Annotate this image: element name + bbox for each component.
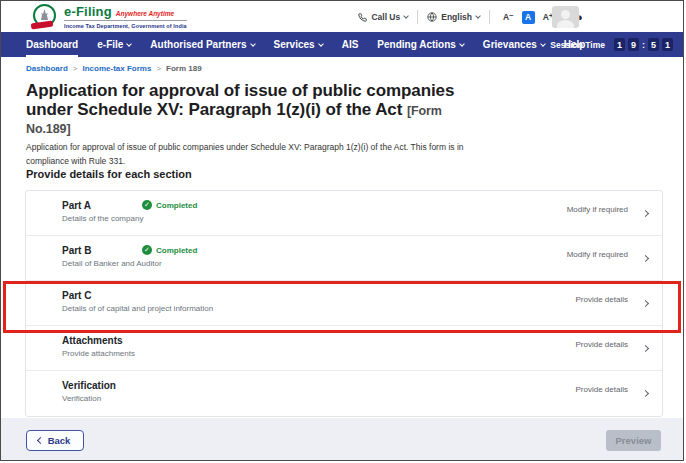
section-action-label: Modify if required xyxy=(567,250,628,259)
chevron-right-icon xyxy=(642,300,649,307)
session-digit: 5 xyxy=(648,38,659,51)
check-circle-icon: ✓ xyxy=(142,200,152,210)
breadcrumb-separator: > xyxy=(73,64,78,73)
chevron-right-icon xyxy=(642,390,649,397)
top-header: e-Filing Anywhere Anytime Income Tax Dep… xyxy=(1,1,683,32)
section-title: Attachments xyxy=(62,335,123,346)
page-title: Application for approval of issue of pub… xyxy=(26,82,478,138)
preview-button[interactable]: Preview xyxy=(606,430,661,451)
section-title: Part A xyxy=(62,200,91,211)
back-button[interactable]: Back xyxy=(26,430,84,451)
breadcrumb-separator: > xyxy=(156,64,161,73)
section-title: Part B xyxy=(62,245,91,256)
chevron-down-icon xyxy=(250,41,256,47)
font-normal-button[interactable]: A xyxy=(522,11,535,24)
nav-item-services[interactable]: Services xyxy=(274,32,323,57)
section-row-part-c[interactable]: Part C Details of of capital and project… xyxy=(26,281,662,326)
section-action-label: Modify if required xyxy=(567,205,628,214)
call-us-menu[interactable]: Call Us xyxy=(358,12,408,22)
section-row-verification[interactable]: Verification Verification Provide detail… xyxy=(26,371,662,416)
section-action-label: Provide details xyxy=(576,385,628,394)
chevron-right-icon xyxy=(642,345,649,352)
nav-item-grievances[interactable]: Grievances xyxy=(483,32,545,57)
brand-tagline: Anywhere Anytime xyxy=(116,10,174,17)
top-controls: Call Us English A⁻ A A⁺ ◑ xyxy=(358,7,583,27)
language-menu[interactable]: English xyxy=(427,12,480,22)
section-title: Part C xyxy=(62,290,91,301)
section-row-attachments[interactable]: Attachments Provide attachments Provide … xyxy=(26,326,662,371)
efiling-page: e-Filing Anywhere Anytime Income Tax Dep… xyxy=(0,0,684,461)
efiling-logo[interactable]: e-Filing Anywhere Anytime Income Tax Dep… xyxy=(33,4,187,29)
session-timer: Session Time 19:51 xyxy=(550,32,673,57)
page-description: Application for approval of issue of pub… xyxy=(26,140,486,168)
phone-icon xyxy=(358,13,367,22)
breadcrumb: Dashboard > Income-tax Forms > Form 189 xyxy=(26,64,202,73)
session-digit: 1 xyxy=(614,38,625,51)
section-title: Verification xyxy=(62,380,116,391)
breadcrumb-current: Form 189 xyxy=(166,64,202,73)
chevron-down-icon xyxy=(403,13,409,19)
section-subtitle: Provide attachments xyxy=(62,349,135,358)
chevron-right-icon xyxy=(642,255,649,262)
brand-name: e-Filing xyxy=(64,4,112,19)
completed-badge: ✓ Completed xyxy=(142,200,197,210)
font-decrease-button[interactable]: A⁻ xyxy=(499,12,518,22)
nav-item-authorised-partners[interactable]: Authorised Partners xyxy=(150,32,254,57)
breadcrumb-income-tax-forms[interactable]: Income-tax Forms xyxy=(82,64,151,73)
section-list-heading: Provide details for each section xyxy=(26,168,192,180)
avatar-person-icon xyxy=(561,10,570,19)
breadcrumb-dashboard[interactable]: Dashboard xyxy=(26,64,68,73)
section-action-label: Provide details xyxy=(576,340,628,349)
session-digit: 1 xyxy=(662,38,673,51)
session-colon: : xyxy=(642,40,645,50)
section-subtitle: Verification xyxy=(62,394,101,403)
nav-item-pending-actions[interactable]: Pending Actions xyxy=(377,32,464,57)
section-action-label: Provide details xyxy=(576,295,628,304)
footer-bar: Back Preview xyxy=(1,418,683,461)
session-time-label: Session Time xyxy=(550,40,605,50)
chevron-down-icon xyxy=(475,13,481,19)
divider xyxy=(489,10,490,24)
chevron-right-icon xyxy=(642,210,649,217)
completed-badge: ✓ Completed xyxy=(142,245,197,255)
main-navbar: Dashboard e-File Authorised Partners Ser… xyxy=(1,32,683,57)
divider xyxy=(417,10,418,24)
nav-item-ais[interactable]: AIS xyxy=(342,32,359,57)
chevron-down-icon xyxy=(127,41,133,47)
india-emblem-icon xyxy=(33,4,56,27)
logo-text: e-Filing Anywhere Anytime Income Tax Dep… xyxy=(64,4,187,29)
section-row-part-b[interactable]: Part B Detail of Banker and Auditor ✓ Co… xyxy=(26,236,662,281)
section-row-part-a[interactable]: Part A Details of the company ✓ Complete… xyxy=(26,191,662,236)
globe-icon xyxy=(427,12,437,22)
chevron-down-icon xyxy=(540,41,546,47)
section-subtitle: Details of the company xyxy=(62,214,143,223)
brand-subtitle: Income Tax Department, Government of Ind… xyxy=(64,23,187,29)
check-circle-icon: ✓ xyxy=(142,245,152,255)
user-avatar[interactable] xyxy=(552,6,579,28)
section-subtitle: Detail of Banker and Auditor xyxy=(62,259,162,268)
nav-item-e-file[interactable]: e-File xyxy=(97,32,131,57)
sections-card: Part A Details of the company ✓ Complete… xyxy=(25,190,663,417)
session-digit: 9 xyxy=(628,38,639,51)
nav-item-dashboard[interactable]: Dashboard xyxy=(26,32,78,57)
section-subtitle: Details of of capital and project inform… xyxy=(62,304,213,313)
chevron-left-icon xyxy=(37,437,44,444)
chevron-down-icon xyxy=(318,41,324,47)
chevron-down-icon xyxy=(459,41,465,47)
